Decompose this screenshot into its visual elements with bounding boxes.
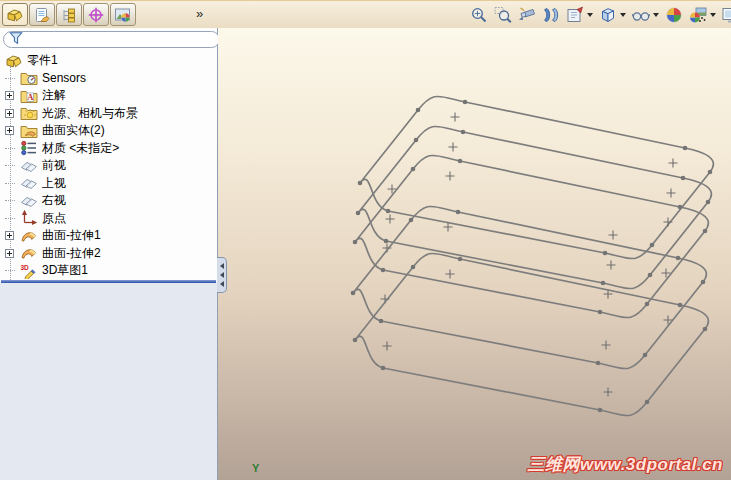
display-style-button[interactable] — [599, 5, 626, 25]
edge-vertex-dot[interactable] — [596, 361, 601, 366]
panel-collapse-handle[interactable] — [217, 257, 227, 293]
sketch-point-cross[interactable] — [667, 189, 676, 198]
edge-vertex-dot[interactable] — [411, 167, 416, 172]
edge-vertex-dot[interactable] — [708, 170, 713, 175]
section-view-button[interactable] — [542, 5, 560, 25]
edge-vertex-dot[interactable] — [358, 181, 363, 186]
dimxpertmanager-tab[interactable] — [83, 3, 109, 26]
sketch-point-cross[interactable] — [607, 261, 616, 270]
view-settings-button[interactable] — [722, 5, 731, 25]
edge-vertex-dot[interactable] — [384, 239, 389, 244]
tree-item-lights[interactable]: 光源、相机与布景 — [0, 105, 217, 123]
tree-item-plane-8[interactable]: 右视 — [0, 192, 217, 210]
edge-vertex-dot[interactable] — [601, 281, 606, 286]
tree-item-part[interactable]: 零件1 — [0, 52, 217, 70]
sketch-point-cross[interactable] — [446, 270, 455, 279]
featuremanager-tab[interactable] — [2, 3, 28, 26]
sketch-point-cross[interactable] — [602, 341, 611, 350]
tabs-overflow-chevron[interactable]: » — [196, 6, 203, 21]
expand-plus-icon[interactable] — [5, 109, 14, 118]
edge-vertex-dot[interactable] — [643, 353, 648, 358]
sketch-point-cross[interactable] — [669, 159, 678, 168]
edge-vertex-dot[interactable] — [416, 108, 421, 113]
sketch-point-cross[interactable] — [446, 172, 455, 181]
configurationmanager-tab[interactable] — [56, 3, 82, 26]
tree-item-plane-6[interactable]: 前视 — [0, 157, 217, 175]
edge-vertex-dot[interactable] — [706, 200, 711, 205]
sketch-point-cross[interactable] — [383, 342, 392, 351]
edge-vertex-dot[interactable] — [598, 310, 603, 315]
edge-vertex-dot[interactable] — [681, 176, 686, 181]
edge-vertex-dot[interactable] — [645, 400, 650, 405]
edge-vertex-dot[interactable] — [411, 265, 416, 270]
tree-item-surface-extrude-11[interactable]: 曲面-拉伸2 — [0, 245, 217, 263]
edge-vertex-dot[interactable] — [379, 319, 384, 324]
expand-plus-icon[interactable] — [5, 249, 14, 258]
edge-vertex-dot[interactable] — [683, 146, 688, 151]
filter-box[interactable] — [3, 31, 220, 48]
sketch-point-cross[interactable] — [451, 113, 460, 122]
edge-vertex-dot[interactable] — [603, 251, 608, 256]
edge-vertex-dot[interactable] — [353, 338, 358, 343]
edge-vertex-dot[interactable] — [701, 280, 706, 285]
expand-plus-icon[interactable] — [5, 231, 14, 240]
model-ring-3[interactable] — [353, 155, 709, 317]
tree-item-surface-extrude-10[interactable]: 曲面-拉伸1 — [0, 227, 217, 245]
edge-vertex-dot[interactable] — [598, 408, 603, 413]
edge-vertex-dot[interactable] — [381, 366, 386, 371]
edge-vertex-dot[interactable] — [353, 240, 358, 245]
edge-vertex-dot[interactable] — [676, 256, 681, 261]
tree-item-sketch3d[interactable]: 3D3D草图1 — [0, 262, 217, 280]
tree-item-plane-7[interactable]: 上视 — [0, 175, 217, 193]
zoom-to-fit-button[interactable] — [470, 5, 488, 25]
sketch-point-cross[interactable] — [604, 388, 613, 397]
apply-scene-button[interactable] — [689, 5, 716, 25]
tree-item-origin[interactable]: 原点 — [0, 210, 217, 228]
dropdown-arrow-icon[interactable] — [587, 13, 593, 17]
tree-item-sensors[interactable]: Sensors — [0, 70, 217, 88]
edge-vertex-dot[interactable] — [456, 210, 461, 215]
hide-show-items-button[interactable] — [632, 5, 659, 25]
edge-vertex-dot[interactable] — [703, 327, 708, 332]
filter-input[interactable] — [27, 33, 214, 47]
edge-vertex-dot[interactable] — [409, 218, 414, 223]
dropdown-arrow-icon[interactable] — [620, 13, 626, 17]
tree-item-material[interactable]: 材质 <未指定> — [0, 140, 217, 158]
edge-vertex-dot[interactable] — [461, 130, 466, 135]
dropdown-arrow-icon[interactable] — [710, 13, 716, 17]
edge-vertex-dot[interactable] — [678, 303, 683, 308]
sketch-point-cross[interactable] — [449, 143, 458, 152]
edge-vertex-dot[interactable] — [458, 257, 463, 262]
previous-view-button[interactable] — [518, 5, 536, 25]
edge-vertex-dot[interactable] — [703, 229, 708, 234]
sketch-point-cross[interactable] — [609, 231, 618, 240]
displaymanager-tab[interactable] — [110, 3, 136, 26]
edit-appearance-button[interactable] — [665, 5, 683, 25]
edge-vertex-dot[interactable] — [463, 100, 468, 105]
model-ring-5[interactable] — [353, 253, 709, 415]
graphics-viewport[interactable]: Y 三维网www.3dportal.cn — [218, 28, 731, 480]
configurationmanager-icon — [60, 7, 78, 23]
edge-vertex-dot[interactable] — [351, 291, 356, 296]
view-orientation-button[interactable] — [566, 5, 593, 25]
sketch-point-cross[interactable] — [664, 218, 673, 227]
edge-vertex-dot[interactable] — [458, 159, 463, 164]
tree-item-annotations[interactable]: A注解 — [0, 87, 217, 105]
model-ring-2[interactable] — [356, 126, 712, 288]
propertymanager-tab[interactable] — [29, 3, 55, 26]
expand-plus-icon[interactable] — [5, 91, 14, 100]
sketch-point-cross[interactable] — [386, 215, 395, 224]
edge-vertex-dot[interactable] — [645, 302, 650, 307]
tree-item-surface-bodies[interactable]: 曲面实体(2) — [0, 122, 217, 140]
edge-vertex-dot[interactable] — [356, 211, 361, 216]
edge-vertex-dot[interactable] — [678, 205, 683, 210]
model-ring-4[interactable] — [351, 206, 707, 368]
expand-plus-icon[interactable] — [5, 126, 14, 135]
edge-vertex-dot[interactable] — [648, 273, 653, 278]
zoom-to-area-button[interactable] — [494, 5, 512, 25]
edge-vertex-dot[interactable] — [386, 209, 391, 214]
edge-vertex-dot[interactable] — [414, 138, 419, 143]
edge-vertex-dot[interactable] — [650, 243, 655, 248]
edge-vertex-dot[interactable] — [381, 268, 386, 273]
dropdown-arrow-icon[interactable] — [653, 13, 659, 17]
